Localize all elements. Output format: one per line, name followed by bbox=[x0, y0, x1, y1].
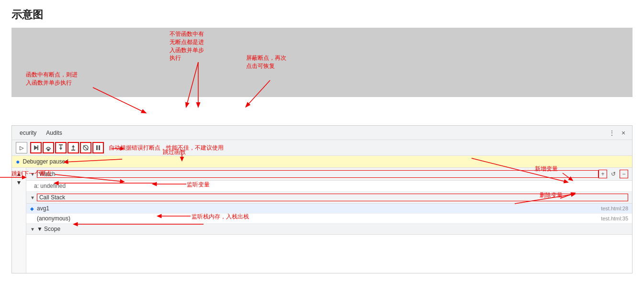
more-icon[interactable]: ⋮ bbox=[607, 128, 617, 138]
watch-actions: + ↺ − bbox=[599, 170, 628, 178]
svg-marker-4 bbox=[34, 145, 38, 150]
right-panel: ▼ Watch + ↺ − a: undefined bbox=[26, 168, 632, 273]
pause-icon bbox=[95, 144, 102, 151]
step-into-icon bbox=[57, 144, 64, 151]
callstack-toggle: ▼ bbox=[30, 195, 35, 200]
scope-toggle: ▼ bbox=[30, 227, 35, 232]
expand-btn[interactable]: ▷ bbox=[16, 142, 27, 153]
step-out-icon bbox=[70, 144, 77, 151]
callstack-item-0[interactable]: ◆ avg1 test.html:28 bbox=[26, 204, 632, 214]
annotation-3: 屏蔽断点，再次 点击可恢复 bbox=[246, 54, 313, 70]
watch-add-btn[interactable]: + bbox=[599, 170, 607, 178]
step-over-btn[interactable] bbox=[43, 142, 54, 153]
ann-call-stack: 监听栈内存，入栈出栈 bbox=[192, 213, 249, 221]
step-out-btn[interactable] bbox=[68, 142, 79, 153]
ann-jump-next: 跳到下一个断点 bbox=[11, 170, 64, 178]
step-over-icon bbox=[45, 144, 52, 151]
svg-marker-11 bbox=[72, 145, 75, 147]
step-into-btn[interactable] bbox=[55, 142, 67, 153]
callstack-loc-1: test.html:35 bbox=[601, 216, 628, 221]
ann-new-var: 新增变量 bbox=[535, 165, 558, 173]
annotation-2: 不管函数中有 无断点都是进 入函数并单步 执行 bbox=[169, 30, 232, 62]
step-resume-btn[interactable] bbox=[30, 142, 42, 153]
callstack-loc-0: test.html:28 bbox=[601, 206, 628, 211]
watch-delete-btn[interactable]: − bbox=[620, 170, 628, 178]
callstack-content: ◆ avg1 test.html:28 ◆ (anonymous) test.h… bbox=[26, 204, 632, 224]
tab-security[interactable]: ecurity bbox=[16, 130, 40, 136]
deactivate-icon bbox=[82, 144, 89, 151]
scope-header[interactable]: ▼ ▼ Scope bbox=[26, 224, 632, 235]
page-title: 示意图 bbox=[0, 0, 644, 28]
callstack-anon-icon: ◆ bbox=[30, 216, 34, 221]
scope-title: ▼ Scope bbox=[37, 226, 628, 232]
svg-rect-16 bbox=[99, 145, 100, 150]
ann-watch-var: 监听变量 bbox=[187, 181, 210, 189]
svg-marker-8 bbox=[59, 148, 62, 150]
paused-text: Debugger paused bbox=[23, 158, 68, 165]
pause-exceptions-btn[interactable] bbox=[92, 142, 104, 153]
callstack-name-0: avg1 bbox=[37, 205, 601, 212]
watch-content: a: undefined bbox=[26, 181, 632, 192]
toolbar: ▷ bbox=[12, 140, 632, 156]
watch-title: Watch bbox=[37, 170, 599, 178]
svg-rect-15 bbox=[96, 145, 98, 150]
deactivate-breakpoints-btn[interactable] bbox=[80, 142, 91, 153]
tab-audits[interactable]: Audits bbox=[42, 130, 66, 136]
callstack-item-1[interactable]: ◆ (anonymous) test.html:35 bbox=[26, 214, 632, 224]
step-resume-icon bbox=[33, 144, 39, 151]
ann-skip-func: 跳过函数 bbox=[163, 148, 186, 156]
scroll-down-btn[interactable]: ▼ bbox=[16, 179, 22, 186]
left-panel: ▲ ▼ bbox=[12, 168, 26, 273]
ann-del-var: 删除变量 bbox=[540, 191, 563, 199]
callstack-name-1: (anonymous) bbox=[37, 215, 601, 222]
watch-item-0: a: undefined bbox=[34, 182, 624, 190]
devtools-panel: ecurity Audits ⋮ × ▷ bbox=[11, 125, 633, 273]
tab-bar: ecurity Audits ⋮ × bbox=[12, 126, 632, 140]
close-icon[interactable]: × bbox=[619, 128, 628, 138]
annotation-1: 函数中有断点，则进 入函数并单步执行 bbox=[26, 71, 102, 87]
main-content: ▲ ▼ ▼ Watch + ↺ − bbox=[12, 168, 632, 273]
watch-refresh-btn[interactable]: ↺ bbox=[609, 170, 618, 178]
callstack-active-icon: ◆ bbox=[30, 206, 34, 211]
paused-dot: ● bbox=[16, 158, 20, 165]
